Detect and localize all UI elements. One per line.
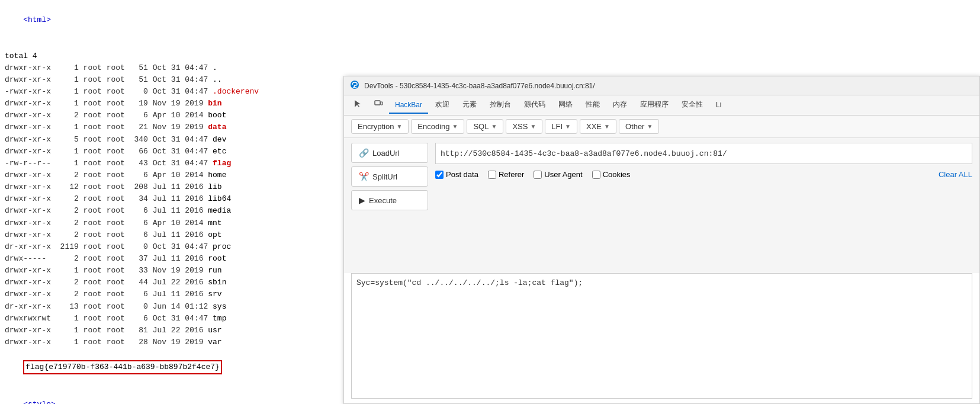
total-line: total 4 — [5, 50, 339, 62]
encryption-dropdown[interactable]: Encryption ▼ — [351, 119, 409, 134]
execute-label: Execute — [369, 196, 397, 205]
cookies-checkbox-item[interactable]: Cookies — [592, 170, 631, 179]
tab-sources[interactable]: 源代码 — [518, 96, 551, 114]
style-tag: <style> — [23, 400, 56, 404]
xss-label: XSS — [512, 122, 528, 131]
post-data-checkbox[interactable] — [435, 171, 444, 179]
devtools-titlebar: DevTools - 530c8584-1435-4c3c-baa8-a3ad8… — [344, 76, 979, 95]
dir-line: drwxr-xr-x 1 root root 33 Nov 19 2019 ru… — [5, 265, 339, 277]
xxe-dropdown[interactable]: XXE ▼ — [580, 119, 616, 134]
cookies-checkbox[interactable] — [592, 171, 600, 179]
devtools-panel: DevTools - 530c8584-1435-4c3c-baa8-a3ad8… — [343, 76, 980, 404]
dir-line: drwxr-xr-x 2 root root 6 Jul 11 2016 opt — [5, 229, 339, 241]
dir-line: drwxr-xr-x 12 root root 208 Jul 11 2016 … — [5, 181, 339, 193]
execute-button[interactable]: ▶ Execute — [351, 190, 428, 210]
svg-rect-1 — [375, 101, 380, 105]
tab-hackbar[interactable]: HackBar — [389, 97, 428, 114]
post-data-label: Post data — [446, 170, 478, 179]
directory-listing: drwxr-xr-x 1 root root 51 Oct 31 04:47 .… — [5, 62, 339, 348]
dir-line: drwxr-xr-x 2 root root 6 Apr 10 2014 hom… — [5, 169, 339, 181]
dir-line: -rwxr-xr-x 1 root root 0 Oct 31 04:47 .d… — [5, 86, 339, 98]
other-label: Other — [625, 122, 645, 131]
execute-icon: ▶ — [359, 195, 365, 205]
dir-line: drwxr-xr-x 2 root root 34 Jul 11 2016 li… — [5, 193, 339, 205]
svg-rect-2 — [381, 102, 383, 105]
xxe-chevron-icon: ▼ — [604, 123, 610, 130]
tab-memory[interactable]: 内存 — [607, 96, 633, 114]
url-input[interactable] — [435, 143, 972, 164]
hackbar-toolbar: Encryption ▼ Encoding ▼ SQL ▼ XSS ▼ LFI … — [344, 116, 979, 138]
post-data-checkbox-item[interactable]: Post data — [435, 170, 478, 179]
lfi-dropdown[interactable]: LFI ▼ — [545, 119, 577, 134]
sql-label: SQL — [473, 122, 489, 131]
load-url-icon: 🔗 — [359, 148, 369, 158]
tab-icon-cursor[interactable] — [349, 95, 368, 115]
lfi-chevron-icon: ▼ — [565, 123, 571, 130]
tab-icon-device[interactable] — [369, 95, 388, 115]
dir-line: drwxr-xr-x 1 root root 21 Nov 19 2019 da… — [5, 121, 339, 133]
clear-all-button[interactable]: Clear ALL — [939, 170, 972, 179]
referer-checkbox[interactable] — [488, 171, 496, 179]
edge-favicon — [350, 80, 359, 91]
sql-chevron-icon: ▼ — [491, 123, 497, 130]
tab-security[interactable]: 安全性 — [676, 96, 709, 114]
blank-line — [5, 38, 339, 50]
tab-welcome[interactable]: 欢迎 — [429, 96, 455, 114]
dir-line: dr-xr-xr-x 13 root root 0 Jun 14 01:12 s… — [5, 301, 339, 313]
tab-performance[interactable]: 性能 — [580, 96, 606, 114]
xxe-label: XXE — [586, 122, 602, 131]
tab-network[interactable]: 网络 — [552, 96, 579, 114]
action-buttons: 🔗 LoadUrl ✂️ SplitUrl ▶ Execute — [351, 143, 428, 268]
load-url-button[interactable]: 🔗 LoadUrl — [351, 143, 428, 163]
encryption-label: Encryption — [358, 122, 394, 131]
cookies-label: Cookies — [603, 170, 631, 179]
post-data-textarea[interactable] — [351, 273, 972, 399]
split-url-label: SplitUrl — [372, 172, 397, 181]
xss-dropdown[interactable]: XSS ▼ — [506, 119, 542, 134]
dir-line: drwxr-xr-x 2 root root 6 Jul 11 2016 med… — [5, 205, 339, 217]
flag-value: flag{e719770b-f363-441b-a639-bb897b2f4ce… — [23, 360, 222, 374]
dir-line: -rw-r--r-- 1 root root 43 Oct 31 04:47 f… — [5, 158, 339, 169]
post-options-row: Post data Referer User Agent Cookies Cle… — [435, 168, 972, 181]
terminal-panel: <html> total 4 drwxr-xr-x 1 root root 51… — [0, 0, 343, 404]
encoding-chevron-icon: ▼ — [452, 123, 458, 130]
user-agent-checkbox[interactable] — [534, 171, 542, 179]
dir-line: drwxr-xr-x 1 root root 19 Nov 19 2019 bi… — [5, 98, 339, 110]
sql-dropdown[interactable]: SQL ▼ — [467, 119, 503, 134]
user-agent-checkbox-item[interactable]: User Agent — [534, 170, 582, 179]
dir-line: drwxr-xr-x 2 root root 6 Jul 11 2016 srv — [5, 288, 339, 300]
dir-line: drwxrwxrwt 1 root root 6 Oct 31 04:47 tm… — [5, 313, 339, 325]
dir-line: drwxr-xr-x 1 root root 51 Oct 31 04:47 . — [5, 62, 339, 74]
tab-li[interactable]: Li — [710, 97, 727, 114]
tab-elements[interactable]: 元素 — [457, 96, 483, 114]
tab-application[interactable]: 应用程序 — [634, 96, 674, 114]
devtools-tabs-row[interactable]: HackBar 欢迎 元素 控制台 源代码 网络 性能 内存 应用程序 安全性 — [344, 95, 979, 116]
xss-chevron-icon: ▼ — [530, 123, 536, 130]
dir-line: drwx----- 2 root root 37 Jul 11 2016 roo… — [5, 253, 339, 265]
dir-line: drwxr-xr-x 2 root root 6 Apr 10 2014 boo… — [5, 110, 339, 121]
load-url-label: LoadUrl — [372, 149, 400, 158]
dir-line: dr-xr-xr-x 2119 root root 0 Oct 31 04:47… — [5, 241, 339, 253]
dir-line: drwxr-xr-x 1 root root 66 Oct 31 04:47 e… — [5, 146, 339, 158]
post-data-area — [344, 273, 979, 403]
encoding-label: Encoding — [417, 122, 449, 131]
user-agent-label: User Agent — [544, 170, 582, 179]
split-url-icon: ✂️ — [359, 172, 369, 181]
encryption-chevron-icon: ▼ — [396, 123, 402, 130]
lfi-label: LFI — [551, 122, 563, 131]
other-dropdown[interactable]: Other ▼ — [619, 119, 659, 134]
split-url-button[interactable]: ✂️ SplitUrl — [351, 166, 428, 187]
tab-console[interactable]: 控制台 — [484, 96, 517, 114]
dir-line: drwxr-xr-x 2 root root 44 Jul 22 2016 sb… — [5, 277, 339, 288]
dir-line: drwxr-xr-x 2 root root 6 Apr 10 2014 mnt — [5, 217, 339, 229]
dir-line: drwxr-xr-x 1 root root 51 Oct 31 04:47 .… — [5, 74, 339, 86]
html-open-tag: <html> — [23, 15, 51, 24]
referer-label: Referer — [499, 170, 524, 179]
encoding-dropdown[interactable]: Encoding ▼ — [411, 119, 464, 134]
dir-line: drwxr-xr-x 1 root root 28 Nov 19 2019 va… — [5, 336, 339, 348]
style-tag-line: <style> — [5, 387, 339, 405]
flag-line: flag{e719770b-f363-441b-a639-bb897b2f4ce… — [5, 348, 339, 386]
html-tag-line: <html> — [5, 2, 339, 38]
referer-checkbox-item[interactable]: Referer — [488, 170, 524, 179]
dir-line: drwxr-xr-x 1 root root 81 Jul 22 2016 us… — [5, 325, 339, 336]
